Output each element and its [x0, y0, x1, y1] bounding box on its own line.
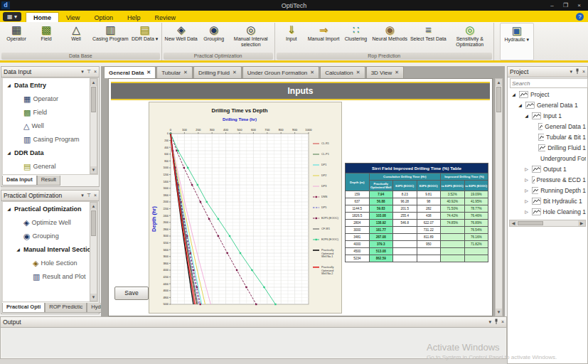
tree-item-drill-bit[interactable]: ◉Drill Bit	[3, 173, 97, 175]
tree-item-hole-section[interactable]: ◈Hole Section	[3, 256, 97, 269]
close-icon[interactable]: ✕	[232, 70, 237, 75]
document-tab-3d-view[interactable]: 3D View✕	[366, 66, 405, 78]
ribbon-button-grouping[interactable]: ◉Grouping	[199, 23, 229, 43]
scroll-left-icon[interactable]: ◀	[510, 220, 517, 226]
document-tab-drilling-fluid[interactable]: Drilling Fluid✕	[193, 66, 242, 78]
project-item-hole-cleaning-1[interactable]: ▷Hole Cleaning 1	[509, 206, 586, 217]
tree-item-manual-interval-section[interactable]: ◢Manual Interval Section	[3, 242, 97, 256]
expander-icon[interactable]: ◢	[511, 92, 517, 97]
ribbon-button-field[interactable]: ▩Field	[31, 23, 61, 43]
panel-tab-practical-opti[interactable]: Practical Opti	[2, 303, 45, 313]
tree-item-casing-program[interactable]: ▥Casing Program	[3, 132, 97, 146]
ribbon-button-casing-program[interactable]: ▥Casing Program	[91, 23, 130, 43]
scrollbar-thumb[interactable]	[518, 221, 543, 225]
ribbon-button-manual-interval-selection[interactable]: ◎Manual Interval selection	[229, 23, 273, 48]
ribbon-button-clustering[interactable]: ∷Clustering	[341, 23, 371, 43]
tree-item-grouping[interactable]: ◉Grouping	[3, 229, 97, 242]
tree-item-field[interactable]: ▩Field	[3, 105, 97, 119]
menu-tab-home[interactable]: Home	[26, 12, 59, 22]
ribbon-button-manual-import[interactable]: ⇒Manual Import	[306, 23, 341, 43]
expander-icon[interactable]: ◢	[517, 102, 523, 107]
menu-tab-option[interactable]: Option	[87, 13, 120, 22]
project-item-project[interactable]: ◢Project	[509, 89, 586, 100]
scroll-up-icon[interactable]: ▲	[90, 79, 97, 86]
scroll-up-icon[interactable]: ▲	[90, 203, 97, 210]
close-icon[interactable]: ✕	[146, 70, 151, 75]
scroll-down-icon[interactable]: ▼	[90, 166, 97, 173]
close-icon[interactable]: ×	[582, 69, 585, 75]
document-tab-under-groun-formation[interactable]: Under Groun Formation✕	[242, 66, 319, 78]
project-item-general-data-1[interactable]: General Data 1	[509, 121, 586, 132]
close-icon[interactable]: ✕	[395, 70, 399, 75]
project-item-running-depth-1[interactable]: ▷Running Depth 1	[509, 185, 586, 196]
expander-icon[interactable]: ◢	[6, 82, 12, 87]
pin-icon[interactable]: ⊤	[87, 69, 91, 75]
dropdown-icon[interactable]: ▾	[570, 69, 572, 75]
document-vertical-scrollbar[interactable]: ▲ ▼	[495, 78, 503, 316]
close-icon[interactable]: ×	[501, 319, 504, 325]
pin-icon[interactable]: ⊤	[87, 193, 91, 198]
ribbon-button-select-test-data[interactable]: ≡Select Test Data	[409, 23, 448, 43]
scroll-up-icon[interactable]: ▲	[496, 79, 502, 86]
tree-item-result-and-plot[interactable]: ▥Result and Plot	[3, 269, 97, 283]
ribbon-button-new-well-data[interactable]: ◈New Well Data	[164, 23, 199, 43]
document-tab-general-data[interactable]: General Data✕	[104, 66, 156, 78]
ribbon-button-ddr-data[interactable]: ▤DDR Data ▾	[130, 23, 160, 43]
expander-icon[interactable]: ▷	[523, 209, 530, 214]
project-item-pressure-ecd-1[interactable]: ▷Pressure & ECD 1	[509, 174, 586, 185]
dropdown-icon[interactable]: ▾	[81, 69, 84, 75]
close-icon[interactable]: ×	[94, 193, 97, 198]
minimize-button[interactable]: –	[547, 2, 557, 9]
dropdown-icon[interactable]: ▾	[81, 193, 84, 198]
expander-icon[interactable]: ▷	[523, 188, 530, 193]
expander-icon[interactable]: ◢	[6, 206, 12, 211]
pin-icon[interactable]	[494, 318, 498, 326]
close-icon[interactable]: ×	[94, 69, 97, 75]
project-item-tubular-bit-1[interactable]: Tubular & Bit 1	[509, 132, 586, 142]
tree-item-practical-optimization[interactable]: ◢Practical Optimization	[3, 202, 97, 215]
project-item-bit-hydraulic-1[interactable]: ▷Bit Hydraulic 1	[509, 196, 586, 206]
project-item-input-1[interactable]: ◢Input 1	[509, 110, 586, 121]
ribbon-button-neural-methods[interactable]: ◉Neural Methods	[371, 23, 409, 43]
help-icon[interactable]: ?	[576, 13, 584, 21]
close-button[interactable]: ×	[574, 2, 584, 9]
tree-item-general[interactable]: ▤General	[3, 159, 97, 173]
expander-icon[interactable]: ▷	[523, 198, 530, 203]
close-icon[interactable]: ✕	[356, 70, 360, 75]
tree-item-well[interactable]: △Well	[3, 119, 97, 132]
save-button[interactable]: Save	[114, 287, 149, 300]
project-item-output-1[interactable]: ▷Output 1	[509, 164, 586, 174]
panel-tab-rop-predictic[interactable]: ROP Predictic	[45, 303, 87, 313]
menu-tab-review[interactable]: Review	[147, 13, 183, 22]
restore-button[interactable]: ❐	[561, 2, 570, 9]
tree-item-optimize-well[interactable]: ◈Optimize Well	[3, 215, 97, 229]
scrollbar-thumb[interactable]	[91, 87, 96, 112]
close-icon[interactable]: ✕	[183, 70, 188, 75]
ribbon-button-well[interactable]: △Well	[61, 23, 91, 43]
tree-item-ddr-data[interactable]: ◢DDR Data	[3, 146, 97, 159]
tree-item-operator[interactable]: ▦Operator	[3, 92, 97, 105]
scroll-down-icon[interactable]: ▼	[496, 309, 502, 316]
expander-icon[interactable]: ◢	[6, 150, 12, 155]
scrollbar-thumb[interactable]	[91, 210, 96, 236]
ribbon-button-input[interactable]: ⇓Input	[277, 23, 306, 43]
close-icon[interactable]: ✕	[310, 70, 314, 75]
expander-icon[interactable]: ▷	[523, 166, 530, 171]
ribbon-button-operator[interactable]: ▦Operator	[1, 23, 31, 43]
scroll-down-icon[interactable]: ▼	[90, 294, 97, 301]
project-item-underground-formation-1[interactable]: Underground Formation 1	[509, 153, 586, 164]
ribbon-button-hydraulic[interactable]: ▣Hydraulic ▾	[502, 23, 532, 43]
panel-tab-data-input[interactable]: Data Input	[2, 176, 37, 186]
expander-icon[interactable]: ◢	[15, 247, 21, 252]
expander-icon[interactable]: ◢	[523, 113, 530, 118]
search-input[interactable]	[510, 78, 588, 88]
scrollbar-thumb[interactable]	[496, 87, 501, 112]
pin-icon[interactable]	[575, 68, 579, 76]
project-item-drilling-fluid-1[interactable]: Drilling Fluid 1	[509, 142, 586, 153]
panel-tab-result[interactable]: Result	[37, 176, 60, 186]
tree-item-data-entry[interactable]: ◢Data Entry	[3, 78, 97, 92]
expander-icon[interactable]: ▷	[523, 177, 530, 182]
app-menu-button[interactable]: ▦ ▾	[3, 12, 21, 21]
document-tab-calculation[interactable]: Calculation✕	[320, 66, 365, 78]
dropdown-icon[interactable]: ▾	[488, 319, 491, 325]
